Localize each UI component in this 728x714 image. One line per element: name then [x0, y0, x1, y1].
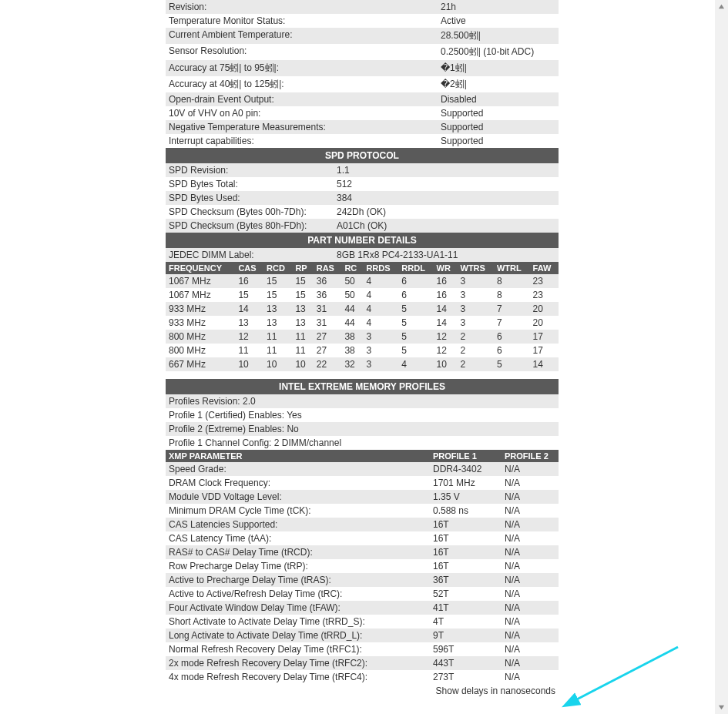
timing-cell: 3 [458, 288, 494, 302]
table-row: SPD Revision:1.1 [166, 163, 559, 177]
xmp-value-profile1: 443T [430, 656, 502, 670]
row-value: Disabled [438, 92, 559, 106]
row-label: Current Ambient Temperature: [166, 28, 438, 44]
timing-cell: 50 [341, 288, 363, 302]
timing-cell: 2 [458, 344, 494, 357]
xmp-value-profile2: N/A [502, 545, 559, 559]
xmp-param: Row Precharge Delay Time (tRP): [166, 559, 430, 573]
table-row: Normal Refresh Recovery Delay Time (tRFC… [166, 642, 559, 656]
timing-cell: 800 MHz [166, 330, 235, 344]
row-label: SPD Checksum (Bytes 00h-7Dh): [166, 205, 334, 219]
timing-cell: 3 [363, 357, 398, 371]
timing-cell: 6 [398, 288, 433, 302]
timing-header: RRDS [363, 262, 398, 274]
timing-header: CAS [235, 262, 263, 274]
scroll-down-icon[interactable] [715, 701, 728, 714]
xmp-header-param: XMP PARAMETER [166, 450, 430, 462]
table-row: 667 MHz101010223234102514 [166, 357, 559, 371]
table-row: 1067 MHz161515365046163823 [166, 274, 559, 288]
timing-cell: 12 [235, 330, 263, 344]
row-value: 384 [334, 191, 559, 205]
timing-header: WR [434, 262, 458, 274]
table-row: Revision:21h [166, 0, 559, 14]
xmp-value-profile2: N/A [502, 656, 559, 670]
table-row: Current Ambient Temperature:28.500蚓| [166, 28, 559, 44]
row-value: Supported [438, 134, 559, 148]
timing-cell: 5 [398, 316, 433, 330]
xmp-value-profile2: N/A [502, 601, 559, 615]
timing-cell: 13 [263, 316, 292, 330]
xmp-param: CAS Latency Time (tAA): [166, 531, 430, 545]
timing-cell: 13 [292, 302, 313, 316]
timing-cell: 16 [434, 288, 458, 302]
scroll-up-icon[interactable] [715, 0, 728, 13]
timing-cell: 50 [341, 274, 363, 288]
timing-header: FREQUENCY [166, 262, 235, 274]
timing-cell: 5 [494, 357, 530, 371]
table-row: 4x mode Refresh Recovery Delay Time (tRF… [166, 670, 559, 684]
xmp-value-profile1: 52T [430, 587, 502, 601]
timing-cell: 6 [398, 274, 433, 288]
section-spd-protocol: SPD PROTOCOL [166, 148, 559, 163]
xmp-value-profile2: N/A [502, 559, 559, 573]
xmp-value-profile2: N/A [502, 587, 559, 601]
timing-cell: 17 [530, 330, 559, 344]
xmp-param: Module VDD Voltage Level: [166, 490, 430, 504]
xmp-value-profile2: N/A [502, 476, 559, 490]
row-label: Sensor Resolution: [166, 44, 438, 60]
xmp-value-profile1: 9T [430, 629, 502, 642]
timing-cell: 23 [530, 274, 559, 288]
xmp-value-profile2: N/A [502, 490, 559, 504]
row-label: Open-drain Event Output: [166, 92, 438, 106]
xmp-value-profile1: 16T [430, 518, 502, 531]
timing-cell: 3 [458, 274, 494, 288]
jedec-table: JEDEC DIMM Label: 8GB 1Rx8 PC4-2133-UA1-… [166, 248, 559, 262]
timing-cell: 14 [235, 302, 263, 316]
table-row: JEDEC DIMM Label: 8GB 1Rx8 PC4-2133-UA1-… [166, 248, 559, 262]
spd-table: SPD Revision:1.1SPD Bytes Total:512SPD B… [166, 163, 559, 233]
xmp-param: Active to Precharge Delay Time (tRAS): [166, 573, 430, 587]
timing-cell: 933 MHz [166, 302, 235, 316]
row-label: Temperature Monitor Status: [166, 14, 438, 28]
xmp-value-profile2: N/A [502, 629, 559, 642]
timing-cell: 38 [341, 344, 363, 357]
timing-header: WTRS [458, 262, 494, 274]
timing-cell: 4 [363, 302, 398, 316]
show-delays-link[interactable]: Show delays in nanoseconds [166, 684, 559, 698]
table-row: Speed Grade:DDR4-3402N/A [166, 462, 559, 476]
row-value: 512 [334, 177, 559, 191]
table-row: SPD Bytes Total:512 [166, 177, 559, 191]
xmp-value-profile1: 0.588 ns [430, 504, 502, 518]
timing-cell: 800 MHz [166, 344, 235, 357]
timing-cell: 20 [530, 302, 559, 316]
timing-cell: 933 MHz [166, 316, 235, 330]
table-row: Four Activate Window Delay Time (tFAW):4… [166, 601, 559, 615]
jedec-value: 8GB 1Rx8 PC4-2133-UA1-11 [334, 248, 559, 262]
timing-cell: 4 [363, 288, 398, 302]
timing-cell: 667 MHz [166, 357, 235, 371]
table-row: 800 MHz111111273835122617 [166, 344, 559, 357]
svg-line-0 [574, 647, 678, 701]
timing-cell: 10 [263, 357, 292, 371]
row-value: �1蚓| [438, 60, 559, 76]
xmp-info-line: Profile 1 Channel Config: 2 DIMM/channel [166, 436, 559, 450]
xmp-param: Speed Grade: [166, 462, 430, 476]
timing-header: RCD [263, 262, 292, 274]
timing-cell: 36 [314, 288, 342, 302]
row-label: 10V of VHV on A0 pin: [166, 106, 438, 120]
row-value: 1.1 [334, 163, 559, 177]
table-row: RAS# to CAS# Delay Time (tRCD):16TN/A [166, 545, 559, 559]
table-row: SPD Bytes Used:384 [166, 191, 559, 205]
timing-cell: 14 [530, 357, 559, 371]
row-value: 28.500蚓| [438, 28, 559, 44]
xmp-info-line: Profiles Revision: 2.0 [166, 394, 559, 408]
vertical-scrollbar[interactable] [715, 0, 728, 714]
table-row: 10V of VHV on A0 pin:Supported [166, 106, 559, 120]
timing-cell: 11 [263, 330, 292, 344]
xmp-param: Active to Active/Refresh Delay Time (tRC… [166, 587, 430, 601]
table-row: Short Activate to Activate Delay Time (t… [166, 615, 559, 629]
xmp-param: Long Activate to Activate Delay Time (tR… [166, 629, 430, 642]
row-label: Accuracy at 75蚓| to 95蚓|: [166, 60, 438, 76]
row-value: 242Dh (OK) [334, 205, 559, 219]
row-label: Interrupt capabilities: [166, 134, 438, 148]
